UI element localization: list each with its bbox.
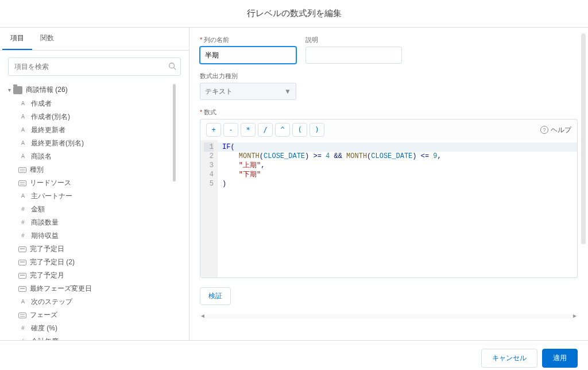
code-line[interactable]: "上期", <box>222 161 572 170</box>
search-icon <box>168 62 176 72</box>
field-label: 最終更新者 <box>31 125 65 135</box>
field-item[interactable]: A作成者 <box>18 97 181 110</box>
field-item[interactable]: 完了予定日 (2) <box>18 256 181 269</box>
field-type-icon <box>18 246 26 252</box>
cancel-button[interactable]: キャンセル <box>481 349 537 368</box>
operator-button[interactable]: - <box>223 123 238 137</box>
search-input[interactable] <box>8 57 181 76</box>
field-label: 期待収益 <box>31 231 59 241</box>
field-label: 種別 <box>30 165 44 175</box>
field-item[interactable]: 完了予定日 <box>18 242 181 256</box>
tree-scrollbar[interactable] <box>172 83 177 340</box>
code-line[interactable]: "下期" <box>222 170 572 179</box>
field-type-icon: A <box>18 114 28 120</box>
field-item[interactable]: 最終フェーズ変更日 <box>18 282 181 295</box>
field-item[interactable]: A作成者(別名) <box>18 110 181 124</box>
field-label: 商談名 <box>31 152 52 161</box>
field-item[interactable]: #金額 <box>18 203 181 216</box>
field-type-icon: A <box>18 299 28 305</box>
field-label: 完了予定日 (2) <box>30 257 75 267</box>
field-item[interactable]: #確度 (%) <box>18 322 181 335</box>
col-name-input[interactable] <box>200 47 296 64</box>
right-pane: 列の名前 説明 数式出力種別 テキスト ▼ 数式 +-*/^() <box>189 28 588 340</box>
output-type-label: 数式出力種別 <box>200 72 296 80</box>
tab-functions[interactable]: 関数 <box>32 28 62 50</box>
field-item[interactable]: A主パートナー <box>18 190 181 203</box>
field-item[interactable]: #商談数量 <box>18 216 181 229</box>
field-item[interactable]: A最終更新者 <box>18 124 181 137</box>
field-label: 完了予定日 <box>30 244 64 254</box>
operator-button[interactable]: + <box>206 123 221 137</box>
tab-fields[interactable]: 項目 <box>2 28 32 50</box>
field-type-icon <box>18 313 26 318</box>
search-box <box>8 57 181 76</box>
field-label: 会計年度 <box>31 337 59 340</box>
field-label: リードソース <box>30 178 71 188</box>
left-pane: 項目 関数 ▾ 商談情報 (26) A作成者A作成者(別名)A最終更新者A最終更… <box>0 28 189 340</box>
scroll-right-icon: ► <box>572 313 578 319</box>
line-number: 2 <box>204 152 214 161</box>
help-label: ヘルプ <box>551 125 571 135</box>
line-number: 1 <box>204 142 214 152</box>
validate-button[interactable]: 検証 <box>200 287 231 305</box>
code-line[interactable]: MONTH(CLOSE_DATE) >= 4 && MONTH(CLOSE_DA… <box>222 152 572 161</box>
field-label: 主パートナー <box>31 191 72 201</box>
field-item[interactable]: 完了予定月 <box>18 269 181 282</box>
field-tree[interactable]: ▾ 商談情報 (26) A作成者A作成者(別名)A最終更新者A最終更新者(別名)… <box>0 83 189 340</box>
col-name-label: 列の名前 <box>200 36 296 44</box>
field-type-icon: # <box>18 338 28 340</box>
field-type-icon: A <box>18 153 28 160</box>
line-number: 4 <box>204 170 214 179</box>
output-type-select[interactable]: テキスト ▼ <box>200 83 296 100</box>
field-type-icon <box>18 273 26 279</box>
field-item[interactable]: A次のステップ <box>18 295 181 309</box>
field-item[interactable]: A最終更新者(別名) <box>18 137 181 150</box>
line-number: 3 <box>204 161 214 170</box>
code-line[interactable]: IF( <box>218 142 577 152</box>
field-label: 確度 (%) <box>31 323 57 333</box>
field-label: 作成者(別名) <box>31 112 70 122</box>
field-item[interactable]: リードソース <box>18 176 181 190</box>
operator-button[interactable]: * <box>241 123 256 137</box>
right-scrollbar[interactable] <box>581 33 586 334</box>
field-type-icon: A <box>18 101 28 107</box>
caret-down-icon: ▾ <box>8 87 11 93</box>
field-label: 最終フェーズ変更日 <box>30 284 92 294</box>
field-type-icon: # <box>18 325 28 332</box>
operator-button[interactable]: ) <box>310 123 324 137</box>
operator-button[interactable]: ( <box>292 123 307 137</box>
footer: キャンセル 適用 <box>0 341 588 370</box>
tree-group-header[interactable]: ▾ 商談情報 (26) <box>8 83 181 97</box>
field-label: 完了予定月 <box>30 271 64 280</box>
operator-button[interactable]: ^ <box>275 123 290 137</box>
field-type-icon: A <box>18 193 28 199</box>
field-label: フェーズ <box>30 310 57 320</box>
dialog-title: 行レベルの数式列を編集 <box>0 0 588 28</box>
folder-icon <box>13 86 22 94</box>
field-item[interactable]: A商談名 <box>18 150 181 163</box>
field-label: 次のステップ <box>31 297 72 307</box>
field-type-icon: A <box>18 140 28 147</box>
apply-button[interactable]: 適用 <box>542 349 578 368</box>
field-item[interactable]: #会計年度 <box>18 335 181 340</box>
formula-editor[interactable]: 12345 IF( MONTH(CLOSE_DATE) >= 4 && MONT… <box>200 140 578 278</box>
output-type-value: テキスト <box>205 87 233 97</box>
field-item[interactable]: フェーズ <box>18 309 181 322</box>
tabs: 項目 関数 <box>0 28 189 51</box>
svg-line-1 <box>174 68 176 70</box>
scroll-left-icon: ◄ <box>200 313 206 319</box>
field-type-icon <box>18 286 26 292</box>
horizontal-scrollbar[interactable]: ◄ ► <box>200 311 578 321</box>
field-type-icon: # <box>18 233 28 239</box>
code-line[interactable]: ) <box>222 179 572 188</box>
field-item[interactable]: #期待収益 <box>18 229 181 242</box>
field-label: 商談数量 <box>31 218 59 228</box>
help-link[interactable]: ? ヘルプ <box>540 125 571 135</box>
field-label: 作成者 <box>31 99 52 109</box>
operator-button[interactable]: / <box>258 123 273 137</box>
description-input[interactable] <box>305 47 402 64</box>
field-item[interactable]: 種別 <box>18 163 181 176</box>
field-type-icon: # <box>18 219 28 226</box>
formula-label: 数式 <box>200 109 216 115</box>
chevron-down-icon: ▼ <box>284 87 291 95</box>
